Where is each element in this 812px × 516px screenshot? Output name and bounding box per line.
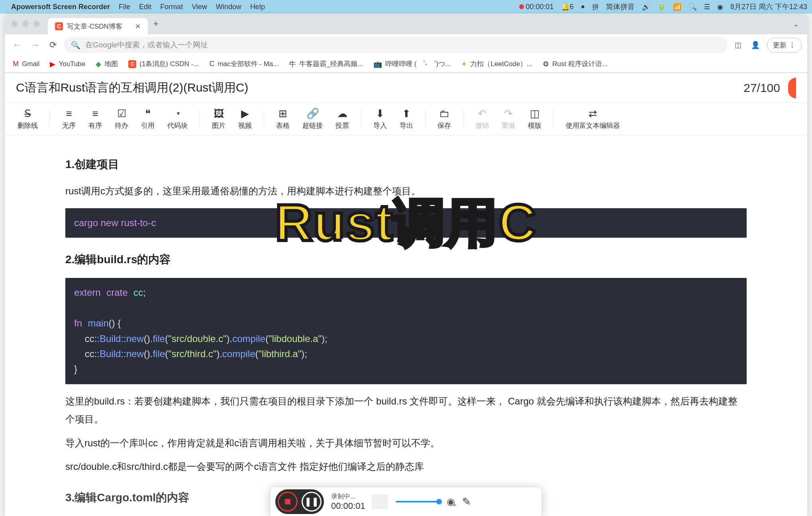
close-tab-icon[interactable]: ✕ <box>135 22 141 31</box>
title-counter: 27/100 <box>743 81 780 95</box>
notifications-icon[interactable]: 🔔6 <box>561 2 574 11</box>
forward-button[interactable]: → <box>29 37 42 53</box>
menu-view[interactable]: View <box>192 3 207 11</box>
toolbar-label: 投票 <box>335 121 349 130</box>
publish-button[interactable] <box>788 78 796 98</box>
profile-icon[interactable]: 👤 <box>749 38 762 52</box>
paragraph: 这里的build.rs：若要创建构建脚本，我们只需在项目的根目录下添加一个 bu… <box>65 392 747 428</box>
bookmark-item[interactable]: 📺哔哩哔哩 ( ゜- ゜)つ... <box>373 59 451 68</box>
toolbar-表格[interactable]: ⊞表格 <box>271 106 294 132</box>
bookmark-label: 牛客题霸_经典高频... <box>299 59 363 68</box>
toolbar-无序[interactable]: ≡无序 <box>57 106 80 132</box>
wifi-icon[interactable]: 📶 <box>673 3 681 11</box>
bookmark-label: mac全部软件 - Ma... <box>218 59 279 68</box>
bookmark-icon: 牛 <box>289 59 296 69</box>
clock[interactable]: 8月27日 周六 下午12:43 <box>730 2 807 12</box>
toolbar-label: 超链接 <box>302 121 323 130</box>
toolbar-icon: ↶ <box>478 108 486 119</box>
toolbar-有序[interactable]: ≡有序 <box>84 106 107 132</box>
bookmark-label: Rust 程序设计语... <box>552 59 608 68</box>
tab-title: 写文章-CSDN博客 <box>67 22 122 31</box>
mouse-cursor-icon: ↖ <box>201 334 208 350</box>
new-tab-button[interactable]: + <box>153 19 159 29</box>
bookmark-item[interactable]: C(1条消息) CSDN -... <box>128 59 199 68</box>
bookmark-item[interactable]: ✦力扣（LeetCode）... <box>461 59 532 68</box>
bookmark-icon: C <box>128 60 136 68</box>
tab-list-chevron-icon[interactable]: ⌄ <box>793 20 798 28</box>
toolbar-导出[interactable]: ⬆导出 <box>395 106 418 132</box>
volume-slider[interactable] <box>396 501 439 502</box>
side-panel-icon[interactable]: ◫ <box>732 38 744 52</box>
input-method-label[interactable]: 简体拼音 <box>606 2 635 12</box>
toolbar-模版[interactable]: ◫模版 <box>523 106 546 132</box>
bookmark-item[interactable]: Cmac全部软件 - Ma... <box>209 59 279 68</box>
pause-record-button[interactable]: ❚❚ <box>302 492 322 512</box>
input-method-icon[interactable]: 拼 <box>592 2 599 12</box>
toolbar-图片[interactable]: 🖼图片 <box>207 106 230 132</box>
toolbar-代码块[interactable]: ▼代码块 <box>163 106 192 132</box>
toolbar-label: 导入 <box>373 121 387 130</box>
toolbar-引用[interactable]: ❝引用 <box>136 106 159 132</box>
bookmark-label: (1条消息) CSDN -... <box>139 59 199 68</box>
toolbar-投票[interactable]: ☁投票 <box>331 106 354 132</box>
siri-icon[interactable]: ◉ <box>717 3 723 11</box>
paragraph: 导入rust的一个库叫cc，作用肯定就是和c语言调用相关啦，关于具体细节暂时可以… <box>65 434 747 452</box>
update-button[interactable]: 更新 ⋮ <box>767 38 802 53</box>
bookmark-label: 哔哩哔哩 ( ゜- ゜)つ... <box>385 59 451 68</box>
paragraph: src/double.c和src/third.c都是一会要写的两个c语言文件 指… <box>65 457 747 476</box>
toolbar-icon: ▶ <box>241 108 249 119</box>
nav-bar: ← → ⟳ 🔍 在Google中搜索，或者输入一个网址 ◫ 👤 更新 ⋮ <box>5 34 807 56</box>
menubar-dot-icon[interactable]: ● <box>581 3 585 11</box>
app-name[interactable]: Apowersoft Screen Recorder <box>11 3 110 11</box>
browser-tab[interactable]: C 写文章-CSDN博客 ✕ <box>48 18 148 35</box>
window-controls[interactable] <box>11 21 40 27</box>
toolbar-label: 模版 <box>528 121 541 130</box>
toolbar-导入[interactable]: ⬇导入 <box>369 106 392 132</box>
control-center-icon[interactable]: ☰ <box>704 3 710 11</box>
webcam-button[interactable]: ◉+ <box>447 496 455 507</box>
toolbar-删除线[interactable]: S̶删除线 <box>13 106 43 132</box>
volume-icon[interactable]: 🔊 <box>642 3 650 11</box>
toolbar-label: 重做 <box>502 121 515 130</box>
bookmark-item[interactable]: 牛牛客题霸_经典高频... <box>289 59 363 69</box>
code-block-2: extern crate cc; fn main() { cc::Build::… <box>65 278 747 384</box>
stop-record-button[interactable] <box>278 492 298 512</box>
toolbar-超链接[interactable]: 🔗超链接 <box>298 106 328 132</box>
toolbar-icon: ☁ <box>337 108 347 119</box>
recording-status: 录制中... <box>331 493 365 501</box>
bookmark-item[interactable]: MGmail <box>13 60 39 68</box>
bookmark-item[interactable]: ◆地图 <box>96 59 118 68</box>
annotate-button[interactable]: ✎ <box>462 496 471 508</box>
omnibox-placeholder: 在Google中搜索，或者输入一个网址 <box>85 40 208 50</box>
article-title-input[interactable] <box>16 81 743 95</box>
toolbar-icon: ↷ <box>504 108 513 119</box>
toolbar-视频[interactable]: ▶视频 <box>233 106 257 132</box>
toolbar-icon: ▼ <box>175 108 181 119</box>
spotlight-icon[interactable]: 🔍 <box>688 3 697 11</box>
recorder-status[interactable]: 00:00:01 <box>519 3 554 11</box>
toolbar-重做: ↷重做 <box>497 106 520 132</box>
browser-window: C 写文章-CSDN博客 ✕ + ⌄ ← → ⟳ 🔍 在Google中搜索，或者… <box>5 14 807 516</box>
menu-help[interactable]: Help <box>250 3 265 11</box>
toolbar-保存[interactable]: 🗀保存 <box>433 106 456 132</box>
menu-format[interactable]: Format <box>160 3 183 11</box>
bookmark-label: 地图 <box>104 59 118 68</box>
tab-bar: C 写文章-CSDN博客 ✕ + ⌄ <box>5 14 807 34</box>
editor-content[interactable]: 1.创建项目 rust调用c方式挺多的，这里采用最通俗易懂的方法，用构建脚本进行… <box>5 135 807 516</box>
address-bar[interactable]: 🔍 在Google中搜索，或者输入一个网址 <box>64 37 728 53</box>
bookmark-icon: ◆ <box>96 60 101 68</box>
bookmark-item[interactable]: ⚙Rust 程序设计语... <box>543 59 608 68</box>
menu-window[interactable]: Window <box>216 3 241 11</box>
back-button[interactable]: ← <box>10 37 24 53</box>
battery-icon[interactable]: 🔋 <box>657 3 666 11</box>
toolbar-使用富文本编辑器[interactable]: ⇄使用富文本编辑器 <box>561 106 625 132</box>
toolbar-icon: ⇄ <box>588 108 597 119</box>
toolbar-icon: ⬇ <box>376 108 384 119</box>
toolbar-label: 引用 <box>141 121 155 130</box>
bookmark-item[interactable]: ▶YouTube <box>50 60 85 68</box>
reload-button[interactable]: ⟳ <box>47 37 59 53</box>
toolbar-待办[interactable]: ☑待办 <box>110 106 133 132</box>
menu-edit[interactable]: Edit <box>139 3 151 11</box>
toolbar-label: 图片 <box>212 121 226 130</box>
menu-file[interactable]: File <box>119 3 130 11</box>
